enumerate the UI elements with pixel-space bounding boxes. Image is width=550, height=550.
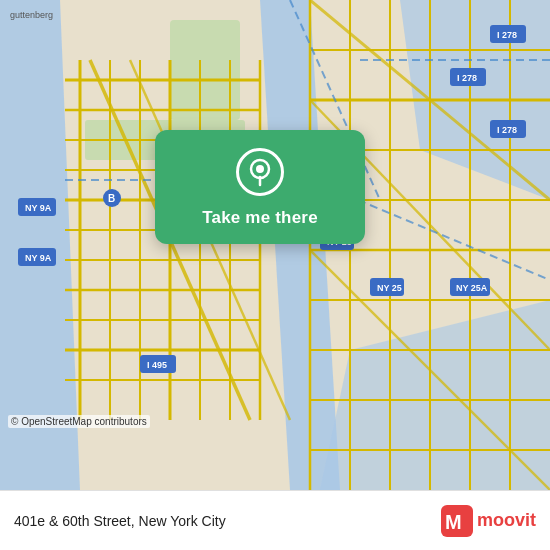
moovit-logo: M moovit: [441, 505, 536, 537]
map-view: I 278 I 278 I 278 I 495 NY 25 NY 25 NY 2…: [0, 0, 550, 490]
take-me-label: Take me there: [202, 208, 318, 228]
take-me-card[interactable]: Take me there: [155, 130, 365, 244]
svg-text:NY 9A: NY 9A: [25, 253, 52, 263]
svg-text:I 278: I 278: [497, 30, 517, 40]
svg-text:M: M: [445, 511, 462, 533]
svg-text:NY 9A: NY 9A: [25, 203, 52, 213]
bottom-bar: 401e & 60th Street, New York City M moov…: [0, 490, 550, 550]
svg-text:NY 25: NY 25: [377, 283, 402, 293]
address-text: 401e & 60th Street, New York City: [14, 513, 226, 529]
svg-point-72: [256, 165, 264, 173]
svg-text:I 278: I 278: [497, 125, 517, 135]
moovit-wordmark: moovit: [477, 510, 536, 531]
svg-text:I 495: I 495: [147, 360, 167, 370]
osm-credit: © OpenStreetMap contributors: [8, 415, 150, 428]
moovit-icon: M: [441, 505, 473, 537]
svg-text:B: B: [108, 193, 115, 204]
svg-text:NY 25A: NY 25A: [456, 283, 488, 293]
svg-text:I 278: I 278: [457, 73, 477, 83]
svg-text:guttenberg: guttenberg: [10, 10, 53, 20]
location-pin-icon: [236, 148, 284, 196]
